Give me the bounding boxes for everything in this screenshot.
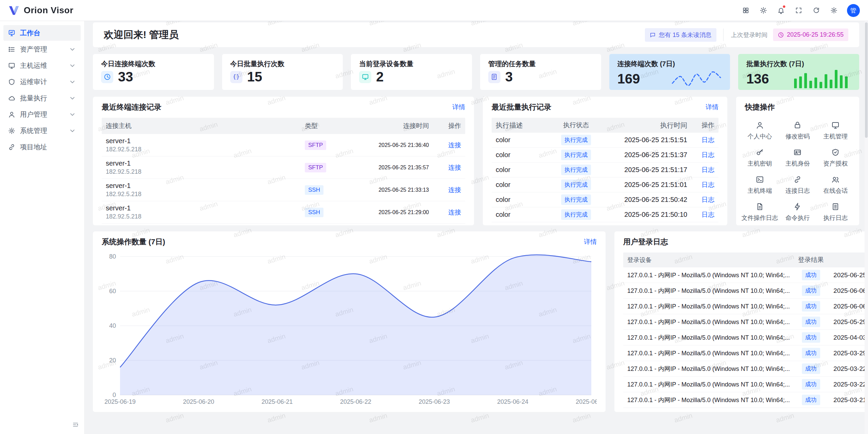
- sidebar-item-ops-audit[interactable]: 运维审计: [3, 74, 81, 90]
- scrollbar[interactable]: [865, 21, 868, 434]
- exec-status-tag: 执行完成: [561, 194, 591, 205]
- quick-action-host-identity[interactable]: 主机身份: [779, 146, 817, 170]
- host-name: server-1: [106, 159, 297, 167]
- quick-action-online-session[interactable]: 在线会话: [816, 173, 854, 197]
- log-link[interactable]: 日志: [702, 151, 714, 158]
- table-row: 127.0.0.1 - 内网IP - Mozilla/5.0 (Windows …: [623, 345, 868, 361]
- stat-label: 连接终端次数 (7日): [617, 59, 722, 69]
- svg-text:2025-06-22: 2025-06-22: [340, 398, 371, 405]
- watermark-text: admin: [572, 412, 592, 424]
- sidebar-item-system-management[interactable]: 系统管理: [3, 123, 81, 138]
- log-link[interactable]: 日志: [702, 211, 714, 218]
- theme-sun-icon[interactable]: [756, 3, 770, 18]
- braces-icon: [230, 71, 242, 83]
- protocol-tag: SFTP: [305, 163, 326, 172]
- login-time: 2025-04-03 01:36:58: [828, 334, 868, 341]
- terminal-7d-sparkline: [671, 69, 722, 89]
- stat-label: 批量执行次数 (7日): [746, 59, 851, 69]
- stat-label: 今日批量执行次数: [230, 59, 335, 69]
- welcome-meta: 您有 15 条未读消息 上次登录时间 2025-06-25 19:26:55: [645, 28, 848, 42]
- app-title: Orion Visor: [24, 5, 74, 16]
- watermark-text: admin: [267, 412, 287, 424]
- chevron-down-icon: [69, 62, 76, 69]
- avatar-text: 管: [850, 6, 856, 15]
- app-logo[interactable]: Orion Visor: [8, 5, 74, 16]
- sidebar-item-label: 主机运维: [20, 61, 47, 70]
- connect-link[interactable]: 连接: [448, 141, 461, 149]
- log-link[interactable]: 日志: [702, 181, 714, 188]
- sidebar-item-label: 工作台: [20, 29, 40, 38]
- system-operations-card: 系统操作数量 (7日) 详情 0204060802025-06-192025-0…: [93, 231, 606, 412]
- system-chart-detail-link[interactable]: 详情: [584, 238, 597, 246]
- batch-cloud-icon: [8, 95, 15, 102]
- sidebar-item-asset-management[interactable]: 资产管理: [3, 41, 81, 57]
- monitor-icon: [359, 71, 371, 83]
- terminal-records-detail-link[interactable]: 详情: [452, 103, 465, 112]
- sidebar-item-host-ops[interactable]: 主机运维: [3, 58, 81, 73]
- unread-messages-text: 您有 15 条未读消息: [659, 31, 712, 39]
- svg-text:40: 40: [109, 322, 116, 329]
- connect-link[interactable]: 连接: [448, 209, 461, 216]
- sidebar-item-batch-exec[interactable]: 批量执行: [3, 90, 81, 106]
- quick-action-change-password[interactable]: 修改密码: [779, 118, 817, 143]
- quick-action-host-key[interactable]: 主机密钥: [741, 146, 779, 170]
- sidebar-item-project-url[interactable]: 项目地址: [3, 139, 81, 155]
- batch-records-detail-link[interactable]: 详情: [706, 103, 718, 112]
- connect-time: 2025-06-25 21:36:40: [341, 142, 433, 148]
- exec-desc: color: [492, 211, 547, 219]
- login-device: 127.0.0.1 - 内网IP - Mozilla/5.0 (Windows …: [623, 365, 794, 373]
- exec-desc: color: [492, 196, 547, 204]
- stat-value: 2: [376, 69, 383, 84]
- login-time: 2025-05-29 19:43:57: [828, 318, 868, 326]
- quick-action-file-operation-log[interactable]: 文件操作日志: [741, 200, 779, 224]
- workbench-icon: [8, 30, 15, 37]
- sidebar-item-workbench[interactable]: 工作台: [3, 25, 81, 41]
- table-row: 127.0.0.1 - 内网IP - Mozilla/5.0 (Windows …: [623, 299, 868, 314]
- connect-link[interactable]: 连接: [448, 186, 461, 193]
- sidebar-collapse-button[interactable]: [72, 421, 79, 429]
- doc-icon: [831, 203, 840, 211]
- connect-link[interactable]: 连接: [448, 164, 461, 171]
- stat-label: 当前登录设备数量: [359, 59, 464, 69]
- welcome-banner: 欢迎回来! 管理员 您有 15 条未读消息 上次登录时间 2025-06-25 …: [93, 22, 859, 47]
- svg-text:0: 0: [113, 392, 116, 398]
- quick-action-connection-log[interactable]: 连接日志: [779, 173, 817, 197]
- log-link[interactable]: 日志: [702, 196, 714, 203]
- chevron-down-icon: [69, 127, 76, 134]
- last-login-label: 上次登录时间: [731, 31, 768, 39]
- quick-action-host-management[interactable]: 主机管理: [816, 118, 854, 143]
- stat-card-batch-7d: 批量执行次数 (7日) 136: [738, 54, 859, 90]
- refresh-icon[interactable]: [809, 3, 823, 18]
- apps-icon[interactable]: [738, 3, 753, 18]
- sidebar-item-label: 系统管理: [20, 126, 47, 135]
- protocol-tag: SFTP: [305, 140, 326, 150]
- settings-gear-icon[interactable]: [827, 3, 841, 18]
- quick-action-command-exec[interactable]: 命令执行: [779, 200, 817, 224]
- svg-text:2025-06-25: 2025-06-25: [576, 398, 597, 405]
- stat-value: 3: [505, 69, 513, 84]
- svg-text:20: 20: [109, 357, 116, 364]
- quick-action-exec-log[interactable]: 执行日志: [816, 200, 854, 224]
- column-header: 连接主机: [102, 121, 301, 130]
- unread-messages-badge[interactable]: 您有 15 条未读消息: [645, 28, 716, 42]
- quick-action-asset-auth[interactable]: 资产授权: [816, 146, 854, 170]
- stat-label: 管理的任务数量: [488, 59, 593, 69]
- notification-bell-icon[interactable]: [774, 3, 788, 18]
- login-device: 127.0.0.1 - 内网IP - Mozilla/5.0 (Windows …: [623, 396, 794, 404]
- scrollbar-thumb[interactable]: [865, 22, 868, 138]
- log-link[interactable]: 日志: [702, 136, 714, 144]
- fullscreen-icon[interactable]: [791, 3, 806, 18]
- quick-action-host-terminal[interactable]: 主机终端: [741, 173, 779, 197]
- stat-card-login-devices: 当前登录设备数量 2: [351, 54, 472, 90]
- user-avatar[interactable]: 管: [847, 4, 860, 17]
- connect-time: 2025-06-25 21:29:00: [341, 209, 433, 215]
- login-result-tag: 成功: [802, 348, 820, 358]
- protocol-tag: SSH: [305, 185, 323, 195]
- id-card-icon: [793, 148, 802, 156]
- terminal-records-card: 最近终端连接记录 详情 连接主机 类型 连接时间 操作 server-1 182…: [93, 97, 474, 225]
- table-row: server-1 182.92.5.218 SSH 2025-06-25 21:…: [102, 179, 465, 201]
- log-link[interactable]: 日志: [702, 166, 714, 173]
- stat-value: 169: [617, 71, 640, 87]
- sidebar-item-user-management[interactable]: 用户管理: [3, 107, 81, 122]
- quick-action-personal-center[interactable]: 个人中心: [741, 118, 779, 143]
